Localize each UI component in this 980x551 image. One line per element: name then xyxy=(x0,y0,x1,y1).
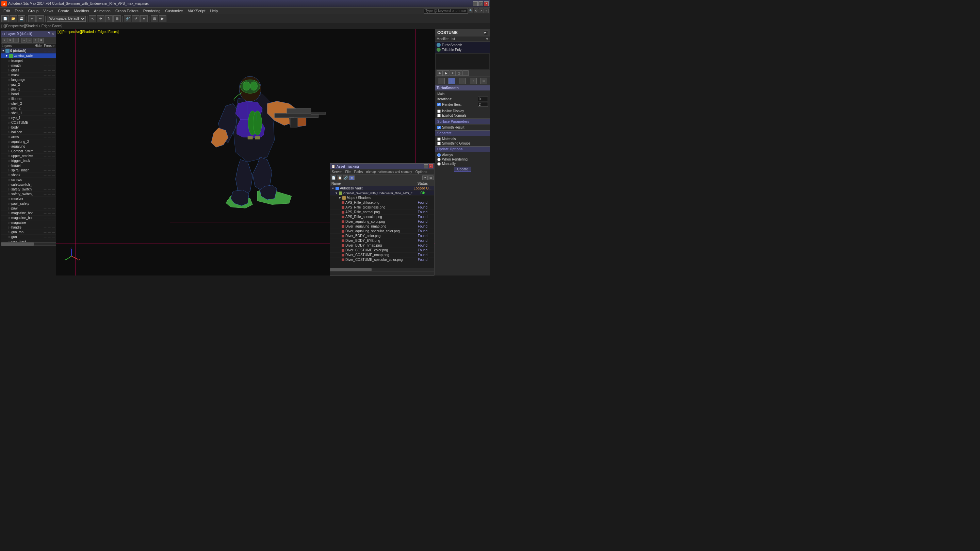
ap-btn-4[interactable]: ≡ xyxy=(349,176,355,180)
layer-item[interactable]: ▷ trigger — — — xyxy=(1,163,56,168)
menu-group[interactable]: Group xyxy=(26,8,41,14)
rp-icon-down[interactable]: ↕ xyxy=(470,78,477,84)
layer-item[interactable]: ▷ pawl_safety — — — xyxy=(1,202,56,206)
layer-item[interactable]: ▷ safety_switch_left — — — xyxy=(1,192,56,197)
layer-panel-scrollbar-h[interactable] xyxy=(1,242,56,246)
layer-item[interactable]: ▷ receiver — — — xyxy=(1,197,56,202)
toolbar-rotate[interactable]: ↻ xyxy=(105,15,113,22)
ap-menu-server[interactable]: Server xyxy=(331,170,343,174)
layer-panel-help[interactable]: ? xyxy=(48,32,50,36)
layer-item[interactable]: ▷ shank — — — xyxy=(1,173,56,178)
rp-icon-right[interactable]: → xyxy=(459,78,466,84)
menu-modifiers[interactable]: Modifiers xyxy=(72,8,91,14)
layer-item[interactable]: ▷ jaw_1 — — — xyxy=(1,87,56,92)
layer-item[interactable]: ▷ trigger_back — — — xyxy=(1,159,56,163)
layer-item[interactable]: ▷ Combat_Swimmer — — — xyxy=(1,149,56,154)
ts-explicit-check[interactable] xyxy=(437,114,441,118)
menu-views[interactable]: Views xyxy=(41,8,55,14)
toolbar-undo[interactable]: ↩ xyxy=(28,15,36,22)
menu-create[interactable]: Create xyxy=(56,8,71,14)
ap-menu-paths[interactable]: Paths xyxy=(353,170,364,174)
materials-check[interactable] xyxy=(437,137,441,141)
always-radio[interactable] xyxy=(437,153,441,157)
panel-dropdown[interactable]: ▼ xyxy=(484,30,488,35)
menu-help[interactable]: Help xyxy=(208,8,220,14)
layer-item[interactable]: ▷ gun_top — — — xyxy=(1,230,56,235)
ap-help-btn[interactable]: ? xyxy=(422,176,428,180)
layer-item[interactable]: ▷ arms — — — xyxy=(1,135,56,140)
ap-btn-3[interactable]: 🔗 xyxy=(343,176,348,180)
asset-item[interactable]: APS_Rifle_glossiness.png Found xyxy=(330,205,434,210)
layer-move-up-btn[interactable]: ↑ xyxy=(33,38,38,43)
asset-panel-restore[interactable]: □ xyxy=(424,164,428,168)
smooth-result-check[interactable] xyxy=(437,126,441,129)
search-close-btn[interactable]: ✕ xyxy=(479,8,484,13)
layer-item[interactable]: ▷ mask — — — xyxy=(1,73,56,78)
toolbar-render[interactable]: ▶ xyxy=(159,15,166,22)
layer-item[interactable]: ▷ aqualung_2 — — — xyxy=(1,140,56,144)
layer-new-btn[interactable]: × xyxy=(2,38,7,43)
layer-move-left-btn[interactable]: ← xyxy=(27,38,32,43)
asset-panel-scrollbar-h[interactable] xyxy=(330,268,434,271)
asset-item[interactable]: Diver_COSTUME_specular_color.png Found xyxy=(330,257,434,262)
layer-item[interactable]: ▷ eye_1 — — — xyxy=(1,116,56,121)
minimize-button[interactable]: _ xyxy=(473,2,478,6)
search-input[interactable] xyxy=(424,8,468,14)
layer-item[interactable]: ▷ magazine — — — xyxy=(1,221,56,225)
ts-isoline-check[interactable] xyxy=(437,110,441,113)
toolbar-redo[interactable]: ↪ xyxy=(37,15,44,22)
layer-item[interactable]: ▷ handle — — — xyxy=(1,225,56,230)
layer-move-right-btn[interactable]: → xyxy=(21,38,27,43)
toolbar-save[interactable]: 💾 xyxy=(18,15,25,22)
smoothing-groups-check[interactable] xyxy=(437,142,441,145)
layer-item[interactable]: ▼ Combat_Swimmer_with_Underwater_Rifle_A… xyxy=(1,53,56,59)
menu-customize[interactable]: Customize xyxy=(163,8,185,14)
help-icon-btn[interactable]: ? xyxy=(484,8,488,13)
asset-item[interactable]: Diver_COSTUME_nmap.png Found xyxy=(330,253,434,257)
layer-item[interactable]: ▷ eye_2 — — — xyxy=(1,106,56,111)
layer-menu-btn[interactable]: ≡ xyxy=(38,38,44,43)
maximize-button[interactable]: □ xyxy=(479,2,483,6)
ap-btn-1[interactable]: 📄 xyxy=(331,176,336,180)
asset-item[interactable]: ▼ Autodesk Vault Logged O... xyxy=(330,186,434,191)
toolbar-align[interactable]: ≡ xyxy=(140,15,148,22)
ap-menu-file[interactable]: File xyxy=(344,170,352,174)
asset-panel-close[interactable]: ✕ xyxy=(429,164,433,168)
layer-item[interactable]: ▷ magazine_bottom_02 — — — xyxy=(1,211,56,216)
rp-icon-active[interactable]: | xyxy=(449,78,455,84)
layer-item[interactable]: ▷ safetyswitch_right — — — xyxy=(1,182,56,187)
search-settings-btn[interactable]: ⚙ xyxy=(474,8,479,13)
ap-btn-2[interactable]: 📋 xyxy=(337,176,342,180)
modifier-turbosm[interactable]: TurboSmooth xyxy=(436,43,489,47)
ap-menu-options[interactable]: Options xyxy=(414,170,428,174)
toolbar-scale[interactable]: ⊞ xyxy=(113,15,121,22)
layer-del-btn[interactable]: × xyxy=(8,38,13,43)
asset-item[interactable]: APS_Rifle_specular.png Found xyxy=(330,214,434,219)
layer-item[interactable]: ▷ language — — — xyxy=(1,78,56,82)
asset-item[interactable]: ▼ Combat_Swimmer_with_Underwater_Rifle_A… xyxy=(330,191,434,195)
close-button[interactable]: ✕ xyxy=(484,2,488,6)
scrollbar-thumb-h[interactable] xyxy=(1,243,34,246)
layer-item[interactable]: ▷ trumpet — — — xyxy=(1,59,56,63)
menu-edit[interactable]: Edit xyxy=(2,8,12,14)
layer-item[interactable]: ▷ pawl — — — xyxy=(1,206,56,211)
layer-item[interactable]: ▷ magazine_bottom — — — xyxy=(1,216,56,221)
rp-icon-4[interactable]: ◷ xyxy=(456,70,462,76)
rp-icon-5[interactable]: ⋮ xyxy=(463,70,469,76)
layer-item[interactable]: ▷ balloon — — — xyxy=(1,130,56,135)
rp-icon-2[interactable]: ▶ xyxy=(443,70,449,76)
toolbar-move[interactable]: ✛ xyxy=(97,15,105,22)
toolbar-select[interactable]: ↖ xyxy=(89,15,96,22)
layer-item[interactable]: ▷ gun — — — xyxy=(1,235,56,240)
asset-item[interactable]: APS_Rifle_normal.png Found xyxy=(330,210,434,214)
toolbar-snap[interactable]: 🔗 xyxy=(124,15,131,22)
menu-maxscript[interactable]: MAXScript xyxy=(186,8,208,14)
asset-item[interactable]: ▼ Maps / Shaders xyxy=(330,195,434,200)
ap-menu-bitmap[interactable]: Bitmap Performance and Memory xyxy=(365,170,413,174)
rp-icon-grid[interactable]: ⊞ xyxy=(480,78,487,84)
layer-item[interactable]: ▷ hood — — — xyxy=(1,92,56,97)
layer-item[interactable]: ▷ shell_2 — — — xyxy=(1,102,56,106)
rp-icon-left[interactable]: ← xyxy=(438,78,445,84)
ts-render-iters-input[interactable] xyxy=(478,102,488,107)
search-icon-btn[interactable]: 🔍 xyxy=(469,8,473,13)
